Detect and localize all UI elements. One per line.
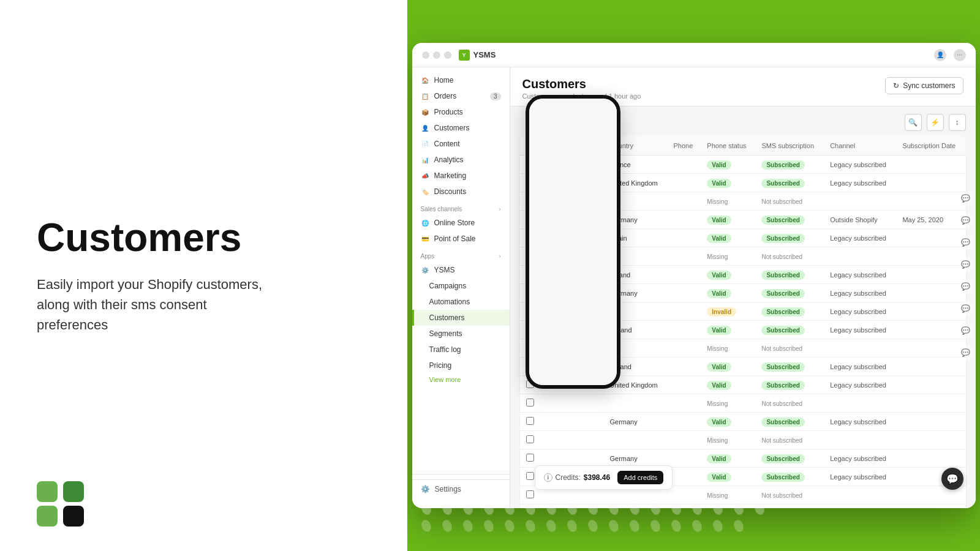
analytics-icon: 📊 [421, 156, 429, 164]
sidebar-item-online-store[interactable]: 🌐 Online Store [412, 215, 510, 231]
apps-section-label: Apps [421, 253, 435, 260]
cell-phone-status: Valid [701, 211, 755, 229]
svg-point-23 [545, 519, 558, 533]
cell-sms-subscription: Subscribed [755, 174, 824, 192]
title-bar: Y YSMS 👤 ··· [412, 43, 976, 67]
phone-status-badge: Valid [707, 362, 731, 372]
cell-phone [667, 358, 701, 376]
cell-phone-status: Valid [701, 156, 755, 174]
cell-phone [667, 394, 701, 413]
content-icon: 📄 [421, 140, 429, 148]
logo-dot-2 [63, 481, 84, 502]
marketing-icon: 📣 [421, 171, 429, 180]
side-icon-5: 💬 [957, 278, 974, 295]
row-checkbox[interactable] [526, 454, 534, 462]
sidebar-item-customers[interactable]: 👤 Customers [412, 120, 510, 136]
sidebar-sub-traffic[interactable]: Traffic log [412, 342, 510, 358]
row-checkbox[interactable] [526, 435, 534, 443]
sidebar-item-pos[interactable]: 💳 Point of Sale [412, 231, 510, 247]
segments-label: Segments [429, 329, 462, 338]
sidebar-item-home[interactable]: 🏠 Home [412, 72, 510, 88]
cell-subscription-date: May 25, 2020 [896, 211, 965, 229]
sms-badge: Subscribed [761, 271, 804, 280]
sidebar-sub-customers[interactable]: Customers [412, 310, 510, 326]
sms-badge: Not subscribed [761, 437, 802, 444]
sync-customers-button[interactable]: ↻ Sync customers [885, 77, 963, 94]
sidebar-item-content[interactable]: 📄 Content [412, 136, 510, 152]
svg-point-6 [545, 502, 558, 515]
sidebar-label-orders: Orders [434, 92, 457, 100]
cell-phone-status: Missing [701, 431, 755, 449]
cell-channel: Legacy subscribed [824, 468, 896, 486]
sidebar-item-orders[interactable]: 📋 Orders 3 [412, 88, 510, 104]
col-subscription-date: Subscription Date [896, 136, 965, 156]
svg-point-21 [503, 519, 516, 533]
credits-amount: $398.46 [584, 473, 610, 482]
user-icon[interactable]: 👤 [934, 49, 946, 61]
settings-label: Settings [435, 485, 461, 493]
sidebar-sub-campaigns[interactable]: Campaigns [412, 278, 510, 294]
subtext: Easily import your Shopify customers, al… [37, 274, 270, 335]
sidebar-item-ysms[interactable]: ⚙️ YSMS [412, 262, 510, 278]
svg-point-22 [524, 519, 537, 533]
svg-point-10 [628, 502, 641, 515]
sms-badge: Not subscribed [761, 400, 802, 407]
cell-channel: Legacy subscribed [824, 413, 896, 431]
right-panel: Y YSMS 👤 ··· 🏠 Home [407, 0, 980, 551]
cell-phone-status: Missing [701, 339, 755, 358]
sidebar-item-marketing[interactable]: 📣 Marketing [412, 168, 510, 184]
cell-subscription-date [896, 413, 965, 431]
online-store-icon: 🌐 [421, 219, 429, 227]
cell-sms-subscription: Subscribed [755, 229, 824, 247]
sidebar-item-discounts[interactable]: 🏷️ Discounts [412, 184, 510, 200]
side-icon-3: 💬 [957, 234, 974, 251]
sidebar-sub-segments[interactable]: Segments [412, 326, 510, 342]
sidebar: 🏠 Home 📋 Orders 3 📦 Products [412, 67, 510, 508]
sidebar-view-more[interactable]: View more [412, 373, 510, 386]
cell-channel: Legacy subscribed [824, 376, 896, 394]
sms-badge: Subscribed [761, 234, 804, 243]
phone-status-badge: Valid [707, 216, 731, 225]
products-icon: 📦 [421, 108, 429, 116]
cell-subscription-date [896, 174, 965, 192]
chat-fab-button[interactable]: 💬 [941, 468, 963, 490]
sidebar-item-products[interactable]: 📦 Products [412, 104, 510, 120]
row-checkbox[interactable] [526, 417, 534, 425]
cell-channel: Outside Shopify [824, 211, 896, 229]
cell-phone [667, 156, 701, 174]
row-checkbox[interactable] [526, 472, 534, 480]
sidebar-sub-pricing[interactable]: Pricing [412, 358, 510, 373]
svg-point-17 [420, 519, 433, 533]
phone-status-badge: Missing [707, 400, 728, 407]
phone-status-badge: Valid [707, 418, 731, 427]
col-sms-subscription: SMS subscription [755, 136, 824, 156]
cell-phone [667, 376, 701, 394]
cell-country [603, 394, 667, 413]
title-dot-3 [444, 51, 451, 59]
sidebar-item-analytics[interactable]: 📊 Analytics [412, 152, 510, 168]
svg-point-25 [587, 519, 600, 533]
cell-channel: Legacy subscribed [824, 449, 896, 468]
title-bar-dots [422, 51, 451, 59]
sms-badge: Subscribed [761, 216, 804, 225]
svg-point-19 [462, 519, 475, 533]
cell-channel [824, 339, 896, 358]
filter-button[interactable]: ⚡ [927, 114, 944, 131]
sort-button[interactable]: ↕ [949, 114, 966, 131]
more-icon[interactable]: ··· [954, 49, 966, 61]
sync-label: Sync customers [903, 81, 955, 90]
sms-badge: Subscribed [761, 160, 804, 170]
cell-subscription-date [896, 302, 965, 321]
row-checkbox[interactable] [526, 399, 534, 407]
cell-phone [667, 229, 701, 247]
add-credits-button[interactable]: Add credits [617, 471, 663, 484]
left-panel: Customers Easily import your Shopify cus… [0, 0, 407, 551]
orders-icon: 📋 [421, 92, 429, 100]
cell-phone-status: Valid [701, 266, 755, 284]
sidebar-sub-automations[interactable]: Automations [412, 294, 510, 310]
cell-sms-subscription: Subscribed [755, 358, 824, 376]
search-button[interactable]: 🔍 [905, 114, 922, 131]
app-body: 🏠 Home 📋 Orders 3 📦 Products [412, 67, 976, 508]
cell-phone-status: Valid [701, 174, 755, 192]
cell-phone-status: Valid [701, 376, 755, 394]
